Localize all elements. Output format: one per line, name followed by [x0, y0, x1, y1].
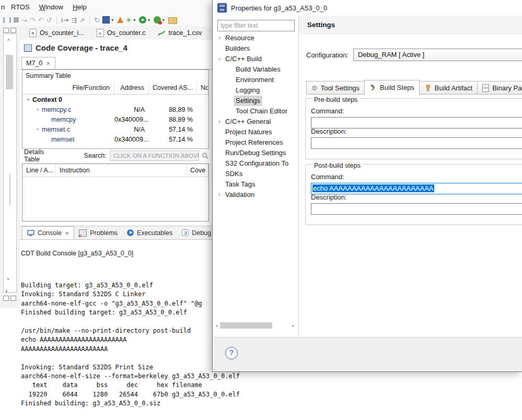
tree-item-settings[interactable]: Settings [213, 96, 298, 106]
coverage-row-name: ›memset.c [22, 126, 114, 133]
tab-tool-settings[interactable]: ⚙Tool Settings [306, 81, 365, 95]
coverage-row[interactable]: ›memset.cN/A57,14 % [22, 124, 208, 134]
column-header[interactable]: Line / A... [22, 164, 56, 177]
coverage-row-address: N/A [114, 106, 149, 113]
minimize-view-icon-2[interactable] [3, 296, 9, 301]
column-header[interactable]: Address [114, 81, 149, 94]
editor-tab-3[interactable]: trace_1.csv [152, 26, 208, 40]
expander-icon[interactable]: › [216, 190, 223, 200]
column-header[interactable]: Not [197, 81, 208, 94]
editor-tab-1[interactable]: hOs_counter_i... [23, 26, 90, 40]
tree-item-c-c-general[interactable]: ›C/C++ General [213, 116, 298, 127]
filter-input[interactable] [217, 20, 295, 31]
tree-item-task-tags[interactable]: Task Tags [213, 179, 298, 190]
debug-shell-icon: J [182, 229, 189, 236]
tab-label: Build Artifact [435, 84, 472, 92]
close-icon[interactable]: ✕ [65, 230, 69, 236]
pre-description-input[interactable] [311, 137, 522, 149]
step-over-icon[interactable]: ↶ [38, 15, 44, 25]
coverage-run-icon[interactable]: ▼ [154, 15, 166, 25]
tree-item-resource[interactable]: ›Resource [213, 33, 298, 43]
help-button[interactable]: ? [225, 347, 238, 359]
coverage-row[interactable]: ›memcpy.cN/A88,89 % [22, 104, 208, 114]
rail-scroll-thumb[interactable] [6, 55, 13, 89]
tree-item-label: Resource [223, 33, 257, 43]
tab-build-artifact[interactable]: Build Artifact [419, 81, 478, 95]
maximize-view-icon[interactable] [10, 28, 16, 33]
tree-item-tool-chain-editor[interactable]: Tool Chain Editor [213, 106, 298, 116]
trace-export-icon[interactable]: ⇗ [79, 15, 85, 25]
coverage-row[interactable]: memset0x340009...57,14 % [22, 134, 208, 144]
column-header[interactable]: Instruction [56, 164, 187, 177]
pause-icon[interactable] [3, 15, 11, 25]
scroll-left-icon[interactable]: ‹ [216, 322, 218, 329]
debug-icon[interactable]: ✳▼ [126, 15, 136, 25]
console-tab-bar: Console✕ProblemsExecutablesJDebug Shell1… [20, 226, 212, 240]
column-header[interactable]: Covered AS... [149, 81, 197, 94]
scroll-down-icon[interactable]: › [5, 278, 12, 281]
console-tab-executables[interactable]: Executables [122, 226, 177, 239]
column-header[interactable]: Cove [187, 164, 208, 177]
expander-icon[interactable]: › [34, 106, 41, 113]
tree-item-validation[interactable]: ›Validation [213, 190, 298, 200]
tree-item-build-variables[interactable]: Build Variables [213, 64, 298, 75]
expander-icon[interactable]: › [216, 33, 223, 43]
run-icon[interactable]: ▼ [139, 15, 151, 25]
tree-item-s32-configuration-to[interactable]: S32 Configuration To [213, 158, 298, 169]
memory-tool-icon[interactable]: ▼ [102, 15, 114, 25]
tree-item-sdks[interactable]: SDKs [213, 169, 298, 179]
coverage-row-address: N/A [114, 126, 149, 133]
post-build-steps-group: Post-build steps Command: echo AAAAAAAAA… [305, 164, 522, 225]
menu-item-rtos[interactable]: RTOS [6, 3, 34, 11]
console-tab-debug-shell[interactable]: JDebug Shell [177, 226, 212, 239]
expander-icon[interactable]: › [34, 126, 41, 133]
restore-view-icon[interactable]: › [5, 287, 8, 295]
search-input[interactable]: CLICK ON A FUNCTION ABOVE [110, 150, 199, 161]
post-command-input[interactable]: echo AAAAAAAAAAAAAAAAAAAAAAA [311, 183, 522, 194]
expander-icon[interactable]: › [25, 96, 32, 103]
close-icon[interactable]: ✕ [46, 61, 50, 66]
coverage-tab-m7-0[interactable]: M7_0 ✕ [21, 57, 55, 69]
disconnect-icon[interactable]: ↝ [21, 15, 27, 25]
pre-command-input[interactable] [311, 117, 522, 129]
menu-item-partial[interactable]: n [0, 3, 6, 11]
instruction-stepping-icon[interactable]: i→ [61, 15, 69, 25]
column-header[interactable]: File/Function [22, 81, 114, 94]
open-folder-icon[interactable] [168, 15, 177, 25]
scrollbar-thumb[interactable] [220, 322, 272, 329]
expander-icon[interactable]: › [216, 116, 223, 127]
tree-item-project-references[interactable]: Project References [213, 137, 298, 148]
scroll-right-icon[interactable]: › [292, 322, 294, 329]
expander-icon[interactable]: › [214, 55, 225, 63]
refresh-icon[interactable]: ↻ [94, 15, 100, 25]
maximize-view-icon-2[interactable] [10, 296, 16, 301]
editor-tab-2[interactable]: cOs_counter.c [90, 26, 152, 40]
scroll-up-icon[interactable]: › [5, 39, 12, 41]
stop-icon[interactable] [14, 15, 19, 25]
tab-label: Tool Settings [321, 84, 359, 92]
tree-item-c-c-build[interactable]: ›C/C++ Build [213, 54, 298, 64]
tree-item-project-natures[interactable]: Project Natures [213, 127, 298, 137]
tree-item-run-debug-settings[interactable]: Run/Debug Settings [213, 148, 298, 158]
console-tab-console[interactable]: Console✕ [22, 226, 74, 240]
analysis-tool-icon[interactable] [117, 15, 123, 25]
tab-build-steps[interactable]: Build Steps [364, 80, 420, 95]
console-tab-problems[interactable]: Problems [74, 226, 122, 239]
tree-item-environment[interactable]: Environment [213, 75, 298, 85]
console-tab-label: Executables [137, 229, 172, 237]
tab-binary-parsers[interactable]: 010Binary Parsers [477, 81, 522, 95]
menu-item-window[interactable]: Window [34, 3, 68, 11]
menu-item-help[interactable]: Help [68, 3, 91, 11]
tree-item-label: C/C++ Build [223, 54, 264, 64]
trace-view-icon[interactable]: ⇶ [71, 15, 77, 25]
tree-item-builders[interactable]: Builders [213, 43, 298, 54]
step-into-icon[interactable]: ↷ [30, 15, 36, 25]
post-description-input[interactable] [311, 203, 522, 215]
tree-item-logging[interactable]: Logging [213, 85, 298, 96]
tree-item-label: Build Variables [234, 64, 283, 75]
configuration-combo[interactable]: Debug_RAM [ Active ] [353, 49, 522, 61]
step-return-icon[interactable]: ↺ [47, 15, 52, 25]
coverage-row[interactable]: ›Context 0 [22, 95, 208, 104]
coverage-row[interactable]: memcpy0x340009...88,89 % [22, 114, 208, 124]
minimize-view-icon[interactable] [3, 28, 9, 33]
